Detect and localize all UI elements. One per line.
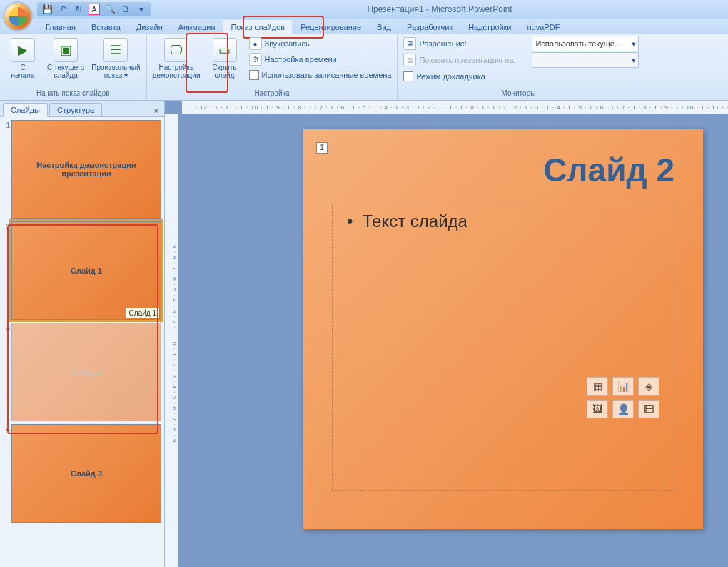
- show-on-dropdown: [532, 52, 639, 68]
- group-start: ▶ Сначала ▣ С текущегослайда ☰ Произволь…: [0, 34, 147, 100]
- redo-icon[interactable]: ↻: [73, 4, 84, 15]
- group-monitors: 🖥 Разрешение: Использовать текуще… 🖥 Пок…: [398, 34, 639, 100]
- tab-review[interactable]: Рецензирование: [293, 20, 368, 34]
- checkbox-icon: [403, 71, 413, 81]
- picture-icon[interactable]: 🖼: [587, 400, 608, 418]
- custom-show-button[interactable]: ☰ Произвольныйпоказ ▾: [89, 36, 143, 81]
- media-icon[interactable]: 🎞: [638, 400, 659, 418]
- play-current-icon: ▣: [54, 38, 78, 62]
- vertical-ruler: 9 · 8 · 7 · 6 · 5 · 4 · 3 · 2 · 1 · 0 · …: [165, 114, 178, 567]
- from-beginning-button[interactable]: ▶ Сначала: [3, 36, 43, 81]
- play-icon: ▶: [11, 38, 35, 62]
- show-on-label: Показать презентацию на:: [419, 56, 515, 64]
- ribbon: ▶ Сначала ▣ С текущегослайда ☰ Произволь…: [0, 34, 728, 101]
- title-bar: 💾 ↶ ↻ A 🔍 🗋 ▾ Презентация1 - Microsoft P…: [0, 0, 728, 19]
- tab-insert[interactable]: Вставка: [84, 20, 128, 34]
- group-monitors-label: Мониторы: [400, 89, 636, 99]
- slides-pane-tab[interactable]: Слайды: [3, 103, 48, 117]
- thumbnail-row[interactable]: 3 Слайд 2: [3, 323, 161, 421]
- group-setup-label: Настройка: [150, 89, 395, 99]
- clock-icon: ⏱: [249, 53, 262, 66]
- tab-novapdf[interactable]: novaPDF: [520, 20, 567, 34]
- monitor-icon: 🖥: [403, 37, 416, 50]
- horizontal-ruler: 1 · 12 · 1 · 11 · 1 · 10 · 1 · 9 · 1 · 8…: [182, 101, 728, 114]
- thumbnail-row[interactable]: 2 Слайд 1 Слайд 1: [3, 221, 161, 320]
- quick-access-toolbar: 💾 ↶ ↻ A 🔍 🗋 ▾: [37, 2, 151, 16]
- table-icon[interactable]: ▦: [587, 377, 608, 396]
- from-current-button[interactable]: ▣ С текущегослайда: [44, 36, 87, 81]
- office-button[interactable]: [3, 1, 33, 31]
- slide-panel: Слайды Структура × 1 Настройка демонстра…: [0, 101, 165, 567]
- thumbnail-row[interactable]: 4 Слайд 3: [3, 424, 161, 523]
- ribbon-tabs: Главная Вставка Дизайн Анимация Показ сл…: [0, 19, 728, 34]
- clipart-icon[interactable]: 👤: [612, 400, 634, 418]
- preview-icon[interactable]: 🔍: [104, 4, 116, 15]
- slide-title[interactable]: Слайд 2: [332, 151, 674, 189]
- monitor2-icon: 🖥: [403, 54, 416, 66]
- editor-area: 1 · 12 · 1 · 11 · 1 · 10 · 1 · 9 · 1 · 8…: [165, 101, 728, 567]
- resolution-label: Разрешение:: [419, 39, 467, 48]
- tab-design[interactable]: Дизайн: [129, 20, 170, 34]
- save-icon[interactable]: 💾: [41, 4, 53, 15]
- content-placeholder-icons: ▦ 📊 ◈ 🖼 👤 🎞: [587, 377, 659, 418]
- thumbnail-list: 1 Настройка демонстрации презентации 2 С…: [0, 117, 164, 567]
- tab-slideshow[interactable]: Показ слайдов: [223, 20, 292, 34]
- outline-pane-tab[interactable]: Структура: [49, 103, 102, 116]
- thumbnail-row[interactable]: 1 Настройка демонстрации презентации: [3, 120, 161, 219]
- smartart-icon[interactable]: ◈: [638, 377, 659, 396]
- rehearse-timings-button[interactable]: ⏱Настройка времени: [246, 51, 395, 67]
- group-start-label: Начать показ слайдов: [3, 89, 143, 99]
- new-icon[interactable]: 🗋: [120, 4, 131, 15]
- close-pane-icon[interactable]: ×: [153, 105, 160, 116]
- use-recorded-times-checkbox[interactable]: Использовать записанные времена: [246, 67, 395, 83]
- slide-canvas[interactable]: 1 Слайд 2 • Текст слайда ▦ 📊 ◈ 🖼 👤 🎞: [303, 129, 703, 529]
- slide-body[interactable]: • Текст слайда ▦ 📊 ◈ 🖼 👤 🎞: [332, 204, 674, 491]
- setup-icon: 🖵: [164, 38, 188, 62]
- hide-slide-button[interactable]: ▭ Скрытьслайд: [205, 36, 245, 81]
- setup-show-button[interactable]: 🖵 Настройкадемонстрации: [150, 36, 203, 81]
- hide-slide-icon: ▭: [213, 38, 237, 62]
- tab-addins[interactable]: Надстройки: [461, 20, 518, 34]
- record-narration-button[interactable]: ●Звукозапись: [246, 36, 395, 51]
- presenter-view-checkbox[interactable]: Режим докладчика: [400, 69, 487, 84]
- resolution-dropdown[interactable]: Использовать текуще…: [532, 36, 639, 51]
- group-setup: 🖵 Настройкадемонстрации ▭ Скрытьслайд ●З…: [147, 34, 398, 100]
- chart-icon[interactable]: 📊: [612, 377, 634, 396]
- slide-bullet[interactable]: • Текст слайда: [347, 211, 659, 231]
- tab-home[interactable]: Главная: [39, 20, 83, 34]
- undo-icon[interactable]: ↶: [57, 4, 69, 15]
- checkbox-icon: [249, 70, 259, 80]
- thumbnail-tooltip: Слайд 1: [126, 308, 160, 318]
- select-icon[interactable]: A: [89, 4, 100, 15]
- tab-developer[interactable]: Разработчик: [400, 20, 460, 34]
- main-area: Слайды Структура × 1 Настройка демонстра…: [0, 101, 728, 567]
- qat-more-icon[interactable]: ▾: [136, 4, 147, 15]
- tab-animation[interactable]: Анимация: [171, 20, 223, 34]
- tab-view[interactable]: Вид: [370, 20, 398, 34]
- app-title: Презентация1 - Microsoft PowerPoint: [151, 4, 728, 14]
- page-number: 1: [316, 142, 328, 154]
- custom-show-icon: ☰: [103, 38, 128, 62]
- mic-icon: ●: [249, 37, 262, 50]
